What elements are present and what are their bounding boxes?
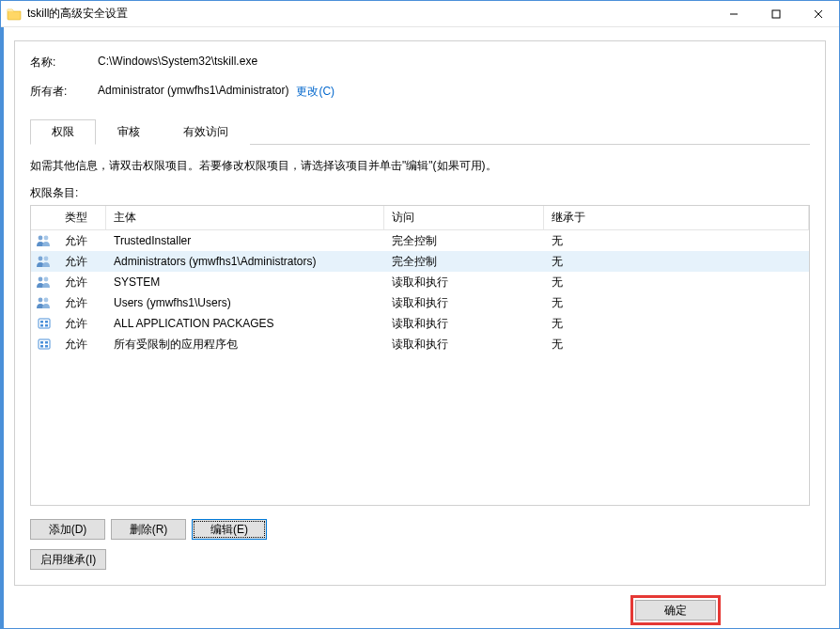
col-access-header[interactable]: 访问	[384, 206, 544, 229]
action-buttons-row: 添加(D) 删除(R) 编辑(E)	[30, 519, 810, 540]
cell-type: 允许	[57, 335, 106, 354]
cell-principal: 所有受限制的应用程序包	[106, 335, 384, 354]
package-icon	[31, 315, 57, 332]
table-row[interactable]: 允许SYSTEM读取和执行无	[31, 272, 809, 292]
remove-button[interactable]: 删除(R)	[111, 519, 186, 540]
ok-button[interactable]: 确定	[635, 600, 716, 621]
svg-rect-20	[40, 345, 43, 348]
enable-inherit-button[interactable]: 启用继承(I)	[30, 549, 106, 570]
cell-access: 完全控制	[384, 252, 544, 272]
col-icon-header[interactable]	[31, 206, 57, 229]
group-icon	[31, 294, 57, 311]
cell-principal: Users (ymwfhs1\Users)	[106, 294, 384, 311]
svg-point-6	[39, 257, 43, 261]
add-button[interactable]: 添加(D)	[30, 519, 105, 540]
svg-point-7	[44, 257, 49, 261]
owner-label: 所有者:	[30, 84, 98, 100]
cell-access: 读取和执行	[384, 293, 544, 313]
svg-point-5	[44, 236, 49, 241]
svg-point-11	[44, 298, 49, 303]
ok-highlight: 确定	[630, 595, 721, 625]
name-row: 名称: C:\Windows\System32\tskill.exe	[30, 55, 810, 71]
list-header: 类型 主体 访问 继承于	[31, 206, 809, 230]
table-row[interactable]: 允许Administrators (ymwfhs1\Administrators…	[31, 251, 809, 272]
tab-strip: 权限 审核 有效访问	[30, 118, 810, 145]
section-label: 权限条目:	[30, 185, 810, 201]
window-title: tskill的高级安全设置	[27, 6, 712, 22]
svg-rect-13	[40, 321, 43, 323]
tab-auditing[interactable]: 审核	[96, 119, 162, 145]
minimize-button[interactable]	[712, 1, 754, 27]
maximize-button[interactable]	[754, 1, 797, 27]
dialog-footer: 确定 取消	[14, 586, 826, 629]
titlebar-controls	[712, 1, 839, 27]
cell-inherit: 无	[544, 293, 809, 313]
svg-rect-14	[45, 321, 48, 323]
cell-inherit: 无	[544, 335, 809, 354]
group-icon	[31, 274, 57, 291]
svg-rect-18	[40, 341, 43, 344]
table-row[interactable]: 允许TrustedInstaller完全控制无	[31, 230, 809, 251]
col-principal-header[interactable]: 主体	[106, 206, 384, 229]
name-value: C:\Windows\System32\tskill.exe	[98, 55, 257, 71]
content-area: 名称: C:\Windows\System32\tskill.exe 所有者: …	[1, 27, 839, 629]
owner-row: 所有者: Administrator (ymwfhs1\Administrato…	[30, 84, 810, 100]
owner-value: Administrator (ymwfhs1\Administrator)	[98, 84, 288, 100]
cell-type: 允许	[57, 293, 106, 313]
advanced-security-window: tskill的高级安全设置 名称: C:\Windows\System32\ts…	[0, 0, 840, 629]
cell-access: 读取和执行	[384, 335, 544, 354]
svg-rect-16	[45, 324, 48, 327]
tab-effective-access[interactable]: 有效访问	[162, 119, 250, 145]
svg-rect-17	[39, 339, 50, 349]
cell-inherit: 无	[544, 273, 809, 292]
svg-rect-21	[45, 345, 48, 348]
permission-entries-list[interactable]: 类型 主体 访问 继承于 允许TrustedInstaller完全控制无允许Ad…	[30, 205, 810, 506]
svg-point-4	[39, 236, 43, 241]
cell-access: 读取和执行	[384, 314, 544, 334]
cell-access: 读取和执行	[384, 273, 544, 292]
package-icon	[31, 336, 57, 353]
cell-type: 允许	[57, 314, 106, 334]
cell-inherit: 无	[544, 231, 809, 251]
cell-type: 允许	[57, 273, 106, 292]
table-row[interactable]: 允许所有受限制的应用程序包读取和执行无	[31, 334, 809, 354]
group-icon	[31, 253, 57, 270]
change-owner-link[interactable]: 更改(C)	[296, 84, 334, 100]
col-inherit-header[interactable]: 继承于	[544, 206, 809, 229]
help-text: 如需其他信息，请双击权限项目。若要修改权限项目，请选择该项目并单击"编辑"(如果…	[30, 158, 810, 174]
edit-button[interactable]: 编辑(E)	[192, 519, 267, 540]
table-row[interactable]: 允许Users (ymwfhs1\Users)读取和执行无	[31, 292, 809, 313]
cell-access: 完全控制	[384, 231, 544, 251]
table-row[interactable]: 允许ALL APPLICATION PACKAGES读取和执行无	[31, 313, 809, 334]
cell-principal: Administrators (ymwfhs1\Administrators)	[106, 253, 384, 270]
tab-permissions[interactable]: 权限	[30, 119, 96, 145]
svg-rect-1	[772, 10, 780, 18]
cell-inherit: 无	[544, 314, 809, 334]
titlebar: tskill的高级安全设置	[1, 1, 839, 27]
inherit-button-row: 启用继承(I)	[30, 549, 810, 570]
svg-point-8	[39, 277, 43, 282]
window-left-accent	[1, 27, 4, 628]
svg-point-10	[39, 298, 43, 303]
cell-type: 允许	[57, 231, 106, 251]
close-button[interactable]	[797, 1, 839, 27]
cell-inherit: 无	[544, 252, 809, 272]
name-label: 名称:	[30, 55, 98, 71]
svg-rect-15	[40, 324, 43, 327]
svg-rect-19	[45, 341, 48, 344]
cell-principal: SYSTEM	[106, 274, 384, 291]
svg-point-9	[44, 277, 49, 282]
cell-principal: ALL APPLICATION PACKAGES	[106, 315, 384, 332]
svg-rect-12	[39, 319, 50, 328]
list-body: 允许TrustedInstaller完全控制无允许Administrators …	[31, 230, 809, 354]
col-type-header[interactable]: 类型	[57, 206, 106, 229]
cell-principal: TrustedInstaller	[106, 232, 384, 249]
group-icon	[31, 232, 57, 249]
cell-type: 允许	[57, 252, 106, 272]
inner-panel: 名称: C:\Windows\System32\tskill.exe 所有者: …	[14, 40, 826, 586]
folder-icon	[7, 7, 22, 22]
